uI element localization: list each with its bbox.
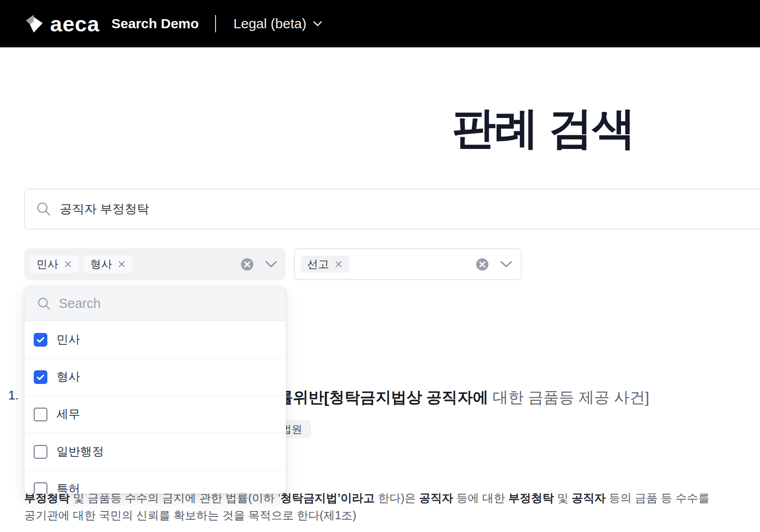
result-title-link[interactable]: 법률위반[청탁금지법상 공직자에 대한 금품등 제공 사건]: [262, 387, 649, 408]
judgment-multiselect[interactable]: 선고: [294, 248, 522, 280]
result-title-highlight: 법률위반[청탁금지법상 공직자에: [262, 389, 488, 406]
case-type-dropdown: 민사 형사 세무 일반행정 특허: [24, 286, 286, 494]
filter-chip: 선고: [301, 256, 349, 273]
checkbox-checked-icon[interactable]: [34, 333, 47, 347]
result-title-rest: 대한 금품등 제공 사건]: [488, 389, 649, 406]
result-snippet-line2: 공기관에 대한 국민의 신뢰를 확보하는 것을 목적으로 한다(제1조): [24, 508, 760, 522]
search-icon: [36, 201, 51, 217]
option-label: 형사: [56, 369, 80, 385]
clear-all-icon[interactable]: [476, 258, 488, 271]
app: aeca Search Demo Legal (beta) 판례 검색 민사: [0, 0, 760, 532]
option-label: 민사: [56, 332, 80, 348]
result-index: 1.: [8, 388, 19, 403]
chevron-down-icon: [313, 20, 323, 27]
option-minsa[interactable]: 민사: [25, 321, 286, 358]
option-ilbanhaengjeong[interactable]: 일반행정: [25, 433, 286, 471]
case-type-multiselect[interactable]: 민사 형사: [24, 248, 286, 280]
remove-chip-icon[interactable]: [118, 260, 126, 268]
dropdown-search-row[interactable]: [25, 286, 286, 321]
search-icon: [37, 297, 51, 311]
app-title: Search Demo: [112, 16, 199, 31]
chip-label: 선고: [307, 257, 329, 271]
search-bar[interactable]: [24, 189, 760, 230]
header-divider: [215, 15, 216, 32]
page-title: 판례 검색: [452, 99, 635, 159]
clear-all-icon[interactable]: [241, 258, 253, 271]
remove-chip-icon[interactable]: [334, 260, 343, 268]
checkbox-checked-icon[interactable]: [34, 370, 47, 384]
aeca-logo-icon[interactable]: [24, 14, 44, 34]
option-label: 특허: [56, 481, 80, 494]
search-input[interactable]: [60, 202, 760, 216]
option-label: 일반행정: [56, 444, 104, 460]
top-bar: aeca Search Demo Legal (beta): [0, 0, 760, 47]
chevron-down-icon[interactable]: [500, 261, 513, 268]
nav-legal-dropdown[interactable]: Legal (beta): [233, 16, 323, 31]
dropdown-search-input[interactable]: [59, 296, 286, 311]
checkbox-unchecked-icon[interactable]: [34, 445, 47, 459]
checkbox-unchecked-icon[interactable]: [34, 408, 47, 421]
option-hyeongsa[interactable]: 형사: [25, 358, 286, 396]
option-semu[interactable]: 세무: [25, 396, 286, 433]
checkbox-unchecked-icon[interactable]: [34, 482, 47, 494]
option-label: 세무: [56, 406, 80, 422]
chevron-down-icon[interactable]: [265, 261, 277, 268]
filter-chip: 민사: [30, 256, 78, 273]
chip-label: 민사: [36, 257, 58, 271]
filter-chip: 형사: [84, 256, 132, 273]
chip-label: 형사: [90, 257, 112, 271]
brand-name[interactable]: aeca: [50, 11, 100, 36]
option-teukheo[interactable]: 특허: [25, 471, 286, 494]
nav-legal-label: Legal (beta): [233, 16, 306, 31]
remove-chip-icon[interactable]: [64, 260, 72, 268]
